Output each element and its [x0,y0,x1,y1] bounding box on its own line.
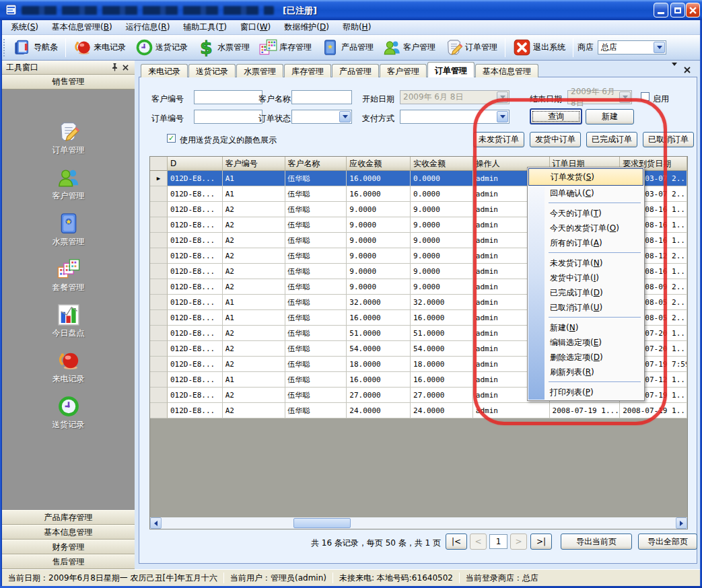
pin-icon[interactable] [109,63,120,73]
menubar-item-6[interactable]: 数据维护(D) [277,20,336,35]
column-header-received[interactable]: 实收金额 [411,157,473,171]
cell-received: 9.0000 [411,248,473,264]
scroll-thumb[interactable] [293,518,351,528]
scroll-track[interactable] [162,517,687,529]
cell-receivable: 9.0000 [347,248,411,264]
context-menu-item-8[interactable]: 未发货订单(N) [528,256,643,270]
context-menu-item-11[interactable]: 已取消订单(U) [528,300,643,315]
menubar-item-7[interactable]: 帮助(H) [336,20,378,35]
tab-scroll-down-icon[interactable] [672,66,677,75]
toolbar-button-2[interactable]: 来电记录 [69,36,131,59]
enable-checkbox[interactable] [641,92,650,101]
sidebar-item-5[interactable]: 今日盘点 [28,303,109,339]
close-icon[interactable] [120,63,131,73]
tab-7[interactable]: 订单管理 [427,62,475,77]
sidebar-group-2[interactable]: 基本信息管理 [2,525,135,540]
sidebar-group-sales[interactable]: 销售管理 [2,75,135,89]
context-menu-item-18[interactable]: 打印列表(P) [528,385,643,400]
context-menu-item-6[interactable]: 所有的订单(A) [528,235,643,250]
menubar-item-1[interactable]: 系统(S) [4,20,45,35]
menubar-item-4[interactable]: 辅助工具(T) [176,20,234,35]
order-status-combobox[interactable] [291,110,352,124]
cell-customer_code: A2 [223,357,285,372]
context-menu-item-4[interactable]: 今天的订单(T) [528,206,643,221]
tab-8[interactable]: 基本信息管理 [475,64,538,77]
tab-6[interactable]: 客户管理 [380,64,427,77]
tab-close-icon[interactable] [684,66,691,75]
toolbar-button-5[interactable]: 库存管理 [254,36,316,59]
row-selector [150,326,168,341]
column-header-customer_code[interactable]: 客户编号 [223,157,285,171]
tab-1[interactable]: 来电记录 [141,64,188,77]
toolbar-grip[interactable] [3,39,6,57]
context-menu-item-13[interactable]: 新建(N) [528,320,643,335]
context-menu-item-5[interactable]: 今天的发货订单(O) [528,221,643,235]
cell-customer_code: A2 [223,233,285,248]
status-filter-button-3[interactable]: 已完成订单 [586,132,637,147]
toolbar-button-label: 导航条 [34,42,58,53]
context-menu-item-9[interactable]: 发货中订单(I) [528,270,643,285]
page-number-input[interactable] [489,534,507,549]
column-header-receivable[interactable]: 应收金额 [347,157,411,171]
customer-name-input[interactable] [291,90,352,104]
order-status-label: 订单状态 [258,113,291,124]
toolbar-button-6[interactable]: 产品管理 [316,36,378,59]
context-menu-item-10[interactable]: 已完成订单(D) [528,285,643,300]
context-menu-item-1[interactable]: 订单发货(S) [528,168,643,186]
table-row[interactable]: 012D-E8...A2伍华聪24.000024.0000admin2008-0… [150,403,687,418]
delivery-color-checkbox[interactable]: ✓ [167,134,176,143]
chevron-down-icon[interactable] [497,111,508,122]
sidebar-group-4[interactable]: 售后管理 [2,554,135,569]
status-filter-button-1[interactable]: 未发货订单 [473,132,524,147]
new-button[interactable]: 新建 [586,109,634,124]
menubar-item-5[interactable]: 窗口(W) [234,20,277,35]
chevron-down-icon[interactable] [339,111,351,122]
first-page-button[interactable]: |< [446,534,467,550]
toolbar-button-7[interactable]: 客户管理 [378,36,440,59]
chevron-down-icon[interactable] [654,42,665,53]
sidebar-item-2[interactable]: 客户管理 [28,166,109,202]
toolbar-button-8[interactable]: 订单管理 [440,36,502,59]
sidebar-item-1[interactable]: 订单管理 [28,120,109,156]
context-menu-item-2[interactable]: 回单确认(C) [528,186,643,200]
scroll-right-icon[interactable] [676,517,687,529]
statusbar-segment-1: 当前日期：2009年6月8日星期一 农历己丑[牛]年五月十六 [2,573,223,584]
horizontal-scrollbar[interactable] [150,517,687,529]
sidebar-item-7[interactable]: 送货记录 [28,395,109,431]
column-header-customer_name[interactable]: 客户名称 [285,157,347,171]
toolbar-button-9[interactable]: 退出系统 [508,36,570,59]
tab-2[interactable]: 送货记录 [188,64,236,77]
menubar-item-3[interactable]: 运行信息(R) [119,20,177,35]
tab-4[interactable]: 库存管理 [284,64,331,77]
context-menu-item-15[interactable]: 删除选定项(D) [528,350,643,365]
sidebar-item-3[interactable]: 水票管理 [28,212,109,248]
maximize-button[interactable] [670,3,685,17]
context-menu-item-14[interactable]: 编辑选定项(E) [528,335,643,350]
last-page-button[interactable]: >| [530,534,552,550]
status-filter-button-4[interactable]: 已取消订单 [643,132,694,147]
scroll-left-icon[interactable] [150,517,162,529]
toolbar-button-3[interactable]: 送货记录 [131,36,192,59]
sidebar-item-4[interactable]: 套餐管理 [28,258,109,293]
toolbar: 导航条来电记录送货记录$水票管理库存管理产品管理客户管理订单管理退出系统 商店 … [0,35,702,61]
toolbar-button-4[interactable]: $水票管理 [192,36,254,59]
toolbar-button-1[interactable]: 导航条 [9,36,63,59]
sidebar-item-6[interactable]: 来电记录 [28,349,109,385]
order-code-input[interactable] [194,110,262,124]
shop-combobox[interactable]: 总店 [598,40,666,54]
export-current-page-button[interactable]: 导出当前页 [561,534,632,550]
tab-3[interactable]: 水票管理 [236,64,283,77]
query-button[interactable]: 查询 [530,108,582,124]
menubar-item-2[interactable]: 基本信息管理(B) [45,20,119,35]
pay-method-combobox[interactable] [400,110,510,124]
export-all-pages-button[interactable]: 导出全部页 [638,534,697,550]
context-menu-item-16[interactable]: 刷新列表(R) [528,365,643,379]
minimize-button[interactable] [654,3,668,17]
status-filter-button-2[interactable]: 发货中订单 [530,132,581,147]
column-header-id[interactable]: D [168,157,223,171]
sidebar-group-1[interactable]: 产品库存管理 [2,510,135,525]
close-button[interactable] [686,3,700,17]
sidebar-group-3[interactable]: 财务管理 [2,540,135,554]
customer-code-input[interactable] [194,90,262,104]
tab-5[interactable]: 产品管理 [332,64,379,77]
